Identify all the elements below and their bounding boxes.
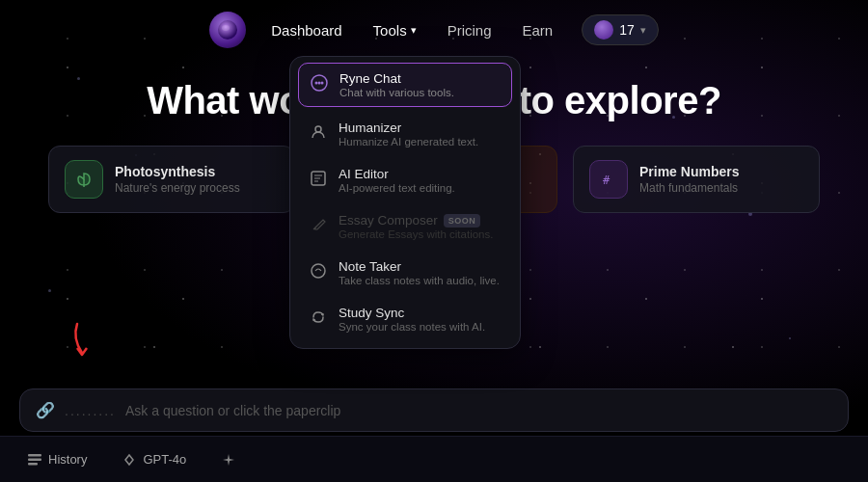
bottom-bar: History GPT-4o	[0, 436, 868, 482]
card-photosynthesis-subtitle: Nature's energy process	[115, 181, 240, 195]
svg-point-1	[222, 25, 230, 31]
credits-amount: 17	[619, 22, 635, 38]
soon-badge: SOON	[444, 214, 481, 228]
model-label: GPT-4o	[143, 452, 186, 467]
input-bar-wrapper: 🔗 ......... Ask a question or click the …	[19, 388, 849, 432]
nav-credits[interactable]: 17 ▾	[582, 14, 659, 45]
nav-earn[interactable]: Earn	[509, 16, 567, 44]
history-label: History	[48, 452, 87, 467]
logo-icon	[217, 19, 238, 40]
essay-icon	[308, 214, 329, 235]
model-icon	[122, 452, 137, 468]
note-taker-title: Note Taker	[339, 259, 500, 274]
svg-point-11	[312, 264, 325, 278]
svg-point-5	[321, 82, 324, 85]
svg-point-3	[315, 82, 318, 85]
arrow-icon	[58, 314, 106, 362]
svg-point-6	[315, 126, 321, 132]
nav-pricing-label: Pricing	[448, 22, 492, 39]
svg-rect-15	[28, 454, 41, 457]
input-bar: 🔗 ......... Ask a question or click the …	[19, 388, 849, 432]
input-placeholder[interactable]: Ask a question or click the paperclip	[125, 403, 832, 418]
dot	[48, 289, 51, 292]
photosynthesis-icon	[65, 160, 103, 199]
history-icon	[27, 452, 42, 468]
nav-links: Dashboard Tools ▾ Pricing Earn	[258, 16, 566, 44]
nav-dashboard[interactable]: Dashboard	[258, 16, 355, 44]
navbar: Dashboard Tools ▾ Pricing Earn 17 ▾	[0, 0, 868, 60]
card-prime-numbers[interactable]: # Prime Numbers Math fundamentals	[573, 146, 820, 213]
nav-logo[interactable]	[209, 12, 246, 48]
ryne-chat-subtitle: Chat with various tools.	[339, 87, 454, 98]
tools-dropdown: Ryne Chat Chat with various tools. Human…	[289, 56, 521, 349]
dropdown-item-ai-editor[interactable]: AI Editor AI-powered text editing.	[294, 157, 516, 203]
card-prime-subtitle: Math fundamentals	[639, 181, 739, 195]
ai-editor-subtitle: AI-powered text editing.	[339, 182, 455, 194]
essay-subtitle: Generate Essays with citations.	[339, 228, 493, 240]
study-sync-subtitle: Sync your class notes with AI.	[339, 321, 485, 333]
sync-icon	[308, 307, 329, 328]
credit-orb-icon	[594, 20, 613, 40]
chevron-down-icon: ▾	[411, 24, 417, 37]
essay-title: Essay Composer SOON	[339, 213, 493, 228]
arrow-pointer	[58, 314, 106, 366]
humanizer-subtitle: Humanize AI generated text.	[339, 136, 478, 147]
nav-earn-label: Earn	[523, 22, 554, 39]
dropdown-item-essay-composer[interactable]: Essay Composer SOON Generate Essays with…	[294, 203, 516, 250]
nav-tools-label: Tools	[373, 22, 407, 39]
nav-tools[interactable]: Tools ▾	[360, 16, 430, 44]
history-button[interactable]: History	[19, 447, 95, 472]
note-taker-subtitle: Take class notes with audio, live.	[339, 275, 500, 286]
dropdown-item-humanizer[interactable]: Humanizer Humanize AI generated text.	[294, 111, 516, 157]
svg-rect-17	[28, 463, 38, 466]
card-photosynthesis-title: Photosynthesis	[115, 164, 240, 179]
dropdown-item-study-sync[interactable]: Study Sync Sync your class notes with AI…	[294, 296, 516, 342]
sparkle-button[interactable]	[213, 447, 244, 472]
sparkle-icon	[221, 452, 236, 468]
dropdown-item-note-taker[interactable]: Note Taker Take class notes with audio, …	[294, 250, 516, 296]
svg-point-4	[318, 82, 321, 85]
credits-chevron-icon: ▾	[640, 24, 646, 37]
paperclip-icon[interactable]: 🔗	[36, 401, 55, 419]
editor-icon	[308, 168, 329, 189]
prime-numbers-icon: #	[589, 160, 628, 199]
humanizer-icon	[308, 121, 329, 143]
ryne-chat-title: Ryne Chat	[339, 71, 454, 86]
card-prime-title: Prime Numbers	[639, 164, 739, 179]
model-button[interactable]: GPT-4o	[114, 447, 194, 472]
svg-text:#: #	[603, 174, 610, 187]
dot	[789, 337, 791, 339]
svg-rect-16	[28, 458, 41, 461]
card-photosynthesis[interactable]: Photosynthesis Nature's energy process	[48, 146, 295, 213]
dropdown-item-ryne-chat[interactable]: Ryne Chat Chat with various tools.	[298, 63, 512, 107]
input-dots: .........	[65, 403, 116, 418]
humanizer-title: Humanizer	[339, 120, 478, 135]
chat-icon	[309, 72, 330, 94]
nav-dashboard-label: Dashboard	[271, 22, 341, 39]
ai-editor-title: AI Editor	[339, 167, 455, 181]
study-sync-title: Study Sync	[339, 306, 485, 320]
note-icon	[308, 260, 329, 281]
nav-pricing[interactable]: Pricing	[434, 16, 505, 44]
